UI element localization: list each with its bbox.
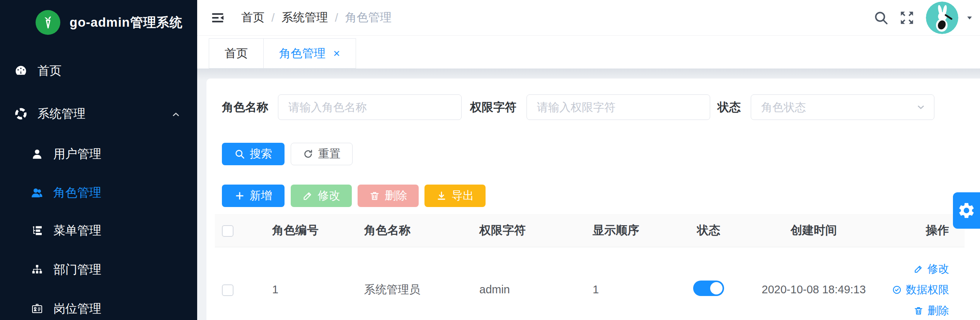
app-root: go-admin管理系统 首页 系统管理 (0, 0, 980, 320)
export-button-label: 导出 (452, 188, 474, 204)
status-toggle[interactable] (693, 281, 724, 296)
delete-button[interactable]: 删除 (358, 185, 419, 207)
column-header-status[interactable]: 状态 (674, 214, 743, 247)
edit-button[interactable]: 修改 (291, 185, 352, 207)
row-data-perm-label: 数据权限 (906, 282, 949, 297)
user-icon (31, 148, 43, 160)
logo[interactable]: go-admin管理系统 (36, 10, 182, 35)
menu-fold-icon[interactable] (210, 10, 225, 25)
reset-button[interactable]: 重置 (291, 143, 353, 165)
perm-key-input[interactable] (527, 94, 710, 120)
caret-down-icon[interactable] (965, 14, 974, 22)
tab-label: 角色管理 (279, 46, 326, 62)
role-name-label: 角色名称 (222, 99, 268, 115)
status-select-input[interactable] (751, 94, 934, 120)
search-button[interactable]: 搜索 (222, 143, 285, 165)
row-delete-label: 删除 (927, 303, 949, 318)
menu-tree-icon (31, 224, 43, 237)
search-button-label: 搜索 (250, 146, 272, 162)
toggle-knob (710, 282, 723, 294)
sidebar-item-label: 菜单管理 (53, 222, 101, 239)
tab-label: 首页 (225, 46, 248, 62)
row-select-checkbox[interactable] (222, 284, 233, 296)
tab-role-management[interactable]: 角色管理 × (263, 38, 356, 68)
sidebar-item-label: 部门管理 (53, 262, 101, 278)
sidebar-item-roles[interactable]: 角色管理 (0, 181, 197, 205)
cell-created-time: 2020-10-08 18:49:13 (743, 247, 884, 320)
status-select[interactable] (751, 94, 934, 120)
filter-actions: 搜索 重置 (222, 143, 965, 165)
export-button[interactable]: 导出 (424, 185, 486, 207)
tab-home[interactable]: 首页 (209, 38, 264, 68)
system-icon (14, 107, 27, 120)
breadcrumb-separator: / (271, 11, 274, 24)
roles-table: 角色编号 角色名称 权限字符 显示顺序 状态 创建时间 操作 (215, 214, 965, 320)
app-title: go-admin管理系统 (70, 14, 182, 31)
column-header-created[interactable]: 创建时间 (743, 214, 884, 247)
column-header-perm[interactable]: 权限字符 (479, 214, 593, 247)
content-card: 角色名称 权限字符 状态 搜索 (206, 79, 980, 320)
cell-role-name: 系统管理员 (364, 247, 479, 320)
top-navbar: 首页 / 系统管理 / 角色管理 (197, 0, 980, 36)
perm-key-label: 权限字符 (470, 99, 516, 115)
id-card-icon (31, 303, 43, 315)
fullscreen-icon[interactable] (899, 10, 915, 26)
table-toolbar: 新增 修改 删除 导出 (222, 185, 965, 207)
sidebar-item-label: 用户管理 (53, 146, 101, 162)
cell-role-id: 1 (272, 247, 364, 320)
add-button[interactable]: 新增 (222, 185, 285, 207)
edit-button-label: 修改 (318, 188, 340, 204)
select-all-checkbox[interactable] (222, 225, 233, 237)
breadcrumb-separator: / (335, 11, 338, 24)
org-tree-icon (31, 264, 43, 276)
sidebar-item-label: 角色管理 (53, 185, 101, 201)
table-header-row: 角色编号 角色名称 权限字符 显示顺序 状态 创建时间 操作 (215, 214, 965, 247)
chevron-up-icon (171, 109, 181, 119)
breadcrumb-home[interactable]: 首页 (241, 10, 264, 26)
sidebar-item-label: 系统管理 (37, 106, 85, 122)
row-data-perm-link[interactable]: 数据权限 (892, 282, 949, 297)
sidebar: go-admin管理系统 首页 系统管理 (0, 0, 197, 320)
row-actions: 修改 数据权限 删除 (884, 247, 965, 320)
sidebar-item-system[interactable]: 系统管理 (0, 102, 197, 126)
sidebar-item-users[interactable]: 用户管理 (0, 142, 197, 166)
table-row: 1 系统管理员 admin 1 2020-10-08 18:49:13 (215, 247, 965, 320)
roles-icon (31, 187, 43, 199)
row-delete-link[interactable]: 删除 (914, 303, 949, 318)
add-button-label: 新增 (250, 188, 272, 204)
cell-perm-key: admin (479, 247, 593, 320)
sidebar-item-label: 首页 (37, 63, 61, 79)
avatar[interactable] (926, 2, 958, 34)
sidebar-item-posts[interactable]: 岗位管理 (0, 297, 197, 320)
breadcrumb: 首页 / 系统管理 / 角色管理 (241, 10, 392, 26)
sidebar-item-menus[interactable]: 菜单管理 (0, 219, 197, 243)
sidebar-item-home[interactable]: 首页 (0, 59, 197, 83)
breadcrumb-system[interactable]: 系统管理 (281, 10, 328, 26)
column-header-sort[interactable]: 显示顺序 (593, 214, 674, 247)
sidebar-item-label: 岗位管理 (53, 301, 101, 317)
column-header-actions: 操作 (884, 214, 965, 247)
column-header-name[interactable]: 角色名称 (364, 214, 479, 247)
status-label: 状态 (718, 99, 741, 115)
row-edit-label: 修改 (927, 262, 949, 276)
settings-gear-button[interactable] (953, 192, 980, 229)
filter-form: 角色名称 权限字符 状态 (222, 94, 965, 120)
breadcrumb-current: 角色管理 (345, 10, 392, 26)
column-header-id[interactable]: 角色编号 (272, 214, 364, 247)
row-edit-link[interactable]: 修改 (914, 262, 949, 276)
sidebar-item-departments[interactable]: 部门管理 (0, 258, 197, 282)
search-icon[interactable] (873, 10, 889, 26)
delete-button-label: 删除 (385, 188, 407, 204)
role-name-input[interactable] (278, 94, 462, 120)
reset-button-label: 重置 (318, 146, 341, 162)
page-content: 角色名称 权限字符 状态 搜索 (197, 69, 980, 320)
tab-close-icon[interactable]: × (333, 48, 340, 59)
main-area: 首页 / 系统管理 / 角色管理 (197, 0, 980, 320)
logo-carrot-icon (36, 10, 60, 35)
cell-sort: 1 (593, 247, 674, 320)
navbar-right (873, 2, 980, 34)
tags-view-bar: 首页 角色管理 × (197, 36, 980, 69)
dashboard-icon (14, 64, 27, 77)
